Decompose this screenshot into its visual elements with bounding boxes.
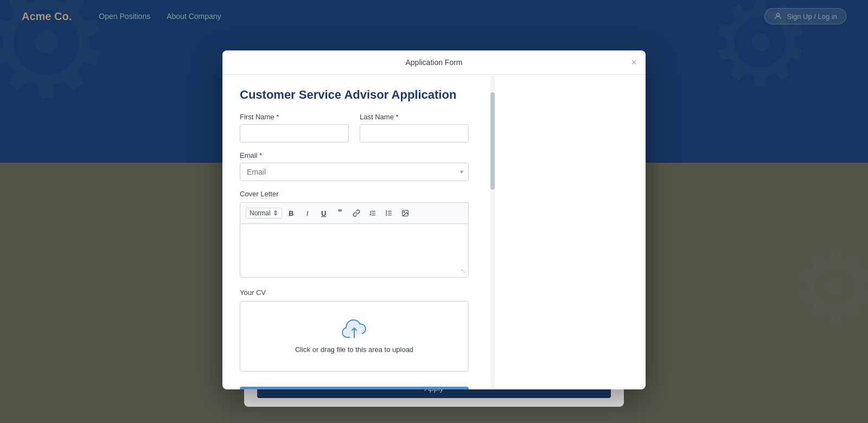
text-style-arrow: ⇕ <box>273 209 278 217</box>
apply-button[interactable]: Apply <box>240 387 469 389</box>
svg-point-11 <box>404 211 405 213</box>
first-name-group: First Name * <box>240 113 349 143</box>
first-name-input[interactable] <box>240 124 349 143</box>
modal-scrollbar[interactable] <box>490 76 495 388</box>
email-select-wrapper: ▾ <box>240 163 469 181</box>
text-style-select[interactable]: Normal ⇕ <box>246 208 282 219</box>
unordered-list-button[interactable] <box>382 206 396 220</box>
svg-point-7 <box>386 211 386 211</box>
image-button[interactable] <box>398 206 412 220</box>
ordered-list-button[interactable] <box>366 206 380 220</box>
link-button[interactable] <box>349 206 363 220</box>
cv-section: Your CV Click or drag file to this area … <box>240 289 469 371</box>
upload-text: Click or drag file to this area to uploa… <box>295 345 413 354</box>
svg-point-8 <box>386 213 386 213</box>
cover-letter-editor[interactable]: ⤡ <box>240 223 469 278</box>
email-group: Email * ▾ <box>240 151 469 181</box>
underline-button[interactable]: U <box>317 206 331 220</box>
upload-cloud-icon <box>341 319 367 341</box>
modal-body: Customer Service Advisor Application Fir… <box>222 75 486 389</box>
quote-button[interactable]: " <box>333 206 347 220</box>
email-input[interactable] <box>240 163 469 181</box>
cover-letter-section: Cover Letter Normal ⇕ B I U " <box>240 190 469 278</box>
image-icon <box>401 209 409 217</box>
modal-close-button[interactable]: × <box>631 57 637 67</box>
editor-toolbar: Normal ⇕ B I U " <box>240 202 469 223</box>
link-icon <box>353 209 360 217</box>
svg-point-9 <box>386 215 386 215</box>
text-style-label: Normal <box>250 209 271 217</box>
ul-icon <box>385 209 393 217</box>
last-name-input[interactable] <box>360 124 469 143</box>
first-name-label: First Name * <box>240 113 349 121</box>
bold-button[interactable]: B <box>284 206 298 220</box>
modal-title: Application Form <box>405 58 462 67</box>
cv-upload-area[interactable]: Click or drag file to this area to uploa… <box>240 301 469 371</box>
name-row: First Name * Last Name * <box>240 113 469 143</box>
italic-button[interactable]: I <box>301 206 315 220</box>
last-name-group: Last Name * <box>360 113 469 143</box>
scrollbar-thumb[interactable] <box>490 92 495 190</box>
modal-header: Application Form × <box>222 50 646 75</box>
cover-letter-label: Cover Letter <box>240 190 469 198</box>
application-modal: Application Form × Customer Service Advi… <box>222 50 646 389</box>
resize-handle[interactable]: ⤡ <box>461 267 466 275</box>
ol-icon <box>369 209 376 217</box>
cv-label: Your CV <box>240 289 469 297</box>
email-label: Email * <box>240 151 469 159</box>
last-name-label: Last Name * <box>360 113 469 121</box>
form-title: Customer Service Advisor Application <box>240 88 469 102</box>
